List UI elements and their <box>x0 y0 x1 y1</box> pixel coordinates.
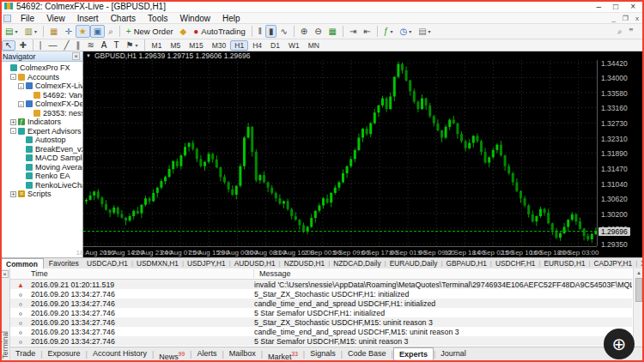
bar-chart-mode-button[interactable]: ‖ <box>255 25 265 38</box>
market-watch-button[interactable]: ▦ <box>46 25 61 38</box>
chart-tab-nzdcad-daily[interactable]: NZDCAD,Daily <box>330 258 384 268</box>
tree-item-29353-nessie[interactable]: 29353: nessie <box>0 109 82 118</box>
terminal-tab-account-history[interactable]: Account History <box>88 347 152 360</box>
timeframe-h4-button[interactable]: H4 <box>248 40 266 51</box>
terminal-tab-mailbox[interactable]: Mailbox <box>224 347 261 360</box>
tree-item-breakeven-v2[interactable]: BreakEven_v2 <box>0 145 82 154</box>
candlestick-mode-button[interactable]: ▮ <box>265 25 277 38</box>
chart-tab-xauusd-h1[interactable]: XAUUSD,H1 <box>637 258 644 268</box>
chart-tab-audusd-h1[interactable]: AUDUSD,H1 <box>231 258 279 268</box>
auto-scroll-button[interactable]: ⇥ <box>346 25 360 38</box>
tree-item-colmexfx-demo[interactable]: -ColmexFX-Demo <box>0 100 82 109</box>
timeframe-h1-button[interactable]: H1 <box>230 40 248 51</box>
autotrading-button[interactable]: ●AutoTrading <box>190 25 248 38</box>
menu-view[interactable]: View <box>40 14 71 23</box>
terminal-tab-exposure[interactable]: Exposure <box>43 347 86 360</box>
terminal-close-icon[interactable]: × <box>1 270 9 278</box>
chart-tab-eurusd-h1[interactable]: EURUSD,H1 <box>541 258 589 268</box>
chart-shift-button[interactable]: ⇤ <box>360 25 374 38</box>
scrollbar-thumb[interactable] <box>635 278 642 302</box>
search-button[interactable]: ⌕ <box>614 25 626 38</box>
zoom-in-button[interactable]: ⊕ <box>297 25 311 38</box>
text-button[interactable]: A <box>98 40 111 51</box>
menu-help[interactable]: Help <box>216 14 246 23</box>
strategy-tester-button[interactable]: ⌕ <box>105 25 117 38</box>
data-window-button[interactable]: ✛ <box>61 25 75 38</box>
periods-button[interactable]: ◷▾ <box>396 25 415 38</box>
navigator-tab-common[interactable]: Common <box>0 258 44 268</box>
terminal-tab-news[interactable]: News99 <box>154 347 190 360</box>
chart-tab-usdcad-h1[interactable]: USDCAD,H1 <box>83 258 131 268</box>
timeframe-d1-button[interactable]: D1 <box>266 40 284 51</box>
timeframe-m15-button[interactable]: M15 <box>185 40 208 51</box>
tree-item-colmexpro-fx[interactable]: ColmexPro FX <box>0 63 82 73</box>
chart-tab-usdmxn-h1[interactable]: USDMXN,H1 <box>133 258 182 268</box>
terminal-tab-code-base[interactable]: Code Base <box>343 347 392 360</box>
scroll-up-icon[interactable]: ▲ <box>634 268 644 275</box>
menu-charts[interactable]: Charts <box>105 14 142 23</box>
terminal-button[interactable]: ▣ <box>90 25 105 38</box>
line-chart-mode-button[interactable]: ∿ <box>276 25 290 38</box>
column-header-time[interactable]: Time <box>10 269 254 278</box>
navigator-button[interactable]: ★ <box>76 25 90 38</box>
new-order-button[interactable]: +New Order <box>123 25 177 38</box>
templates-button[interactable]: ▤▾ <box>415 25 434 38</box>
metaeditor-button[interactable]: ◆ <box>177 25 191 38</box>
horizontal-line-button[interactable]: — <box>45 40 60 51</box>
tile-windows-button[interactable]: ▦ <box>325 25 340 38</box>
terminal-tab-trade[interactable]: Trade <box>10 347 40 360</box>
log-row[interactable]: 2016.09.20 13:34:27.7465 Star Semafor US… <box>10 336 632 346</box>
log-row[interactable]: 2016.09.20 13:34:27.746candle_time_end_a… <box>10 327 632 336</box>
tree-toggle-icon[interactable]: + <box>10 191 16 197</box>
tree-item-expert-advisors[interactable]: -Expert Advisors <box>0 127 82 136</box>
crosshair-button[interactable]: ✚ <box>15 40 29 51</box>
cursor-button[interactable]: ↖ <box>2 40 15 51</box>
log-row[interactable]: 2016.09.20 13:34:27.7465 Star Semafor US… <box>10 308 632 317</box>
log-row[interactable]: 2016.09.20 13:34:27.7465_Star_ZX_Stochas… <box>10 289 632 299</box>
text-label-button[interactable]: T <box>110 40 122 51</box>
child-minimize-icon[interactable]: _ <box>611 15 615 22</box>
maximize-icon[interactable]: □ <box>613 2 618 11</box>
timeframe-m30-button[interactable]: M30 <box>208 40 231 51</box>
new-chart-button[interactable]: ▤▾ <box>2 25 21 38</box>
channel-button[interactable]: ∥ <box>72 40 83 51</box>
log-row[interactable]: ▲2016.09.21 01:20:11.519invalid 'C:\User… <box>10 280 632 289</box>
tree-item-renko-ea[interactable]: Renko EA <box>0 172 82 181</box>
chart-tab-euraud-daily[interactable]: EURAUD,Daily <box>386 258 441 268</box>
tree-toggle-icon[interactable]: - <box>10 74 16 80</box>
terminal-tab-journal[interactable]: Journal <box>435 347 471 360</box>
tree-item-54692-vanes[interactable]: 54692: Vanes <box>0 91 82 100</box>
child-close-icon[interactable]: x <box>635 15 639 22</box>
terminal-tab-experts[interactable]: Experts <box>393 347 434 360</box>
magnifier-overlay[interactable]: ⊕ <box>604 329 635 359</box>
minimize-icon[interactable]: – <box>597 2 602 11</box>
fibonacci-button[interactable]: ≋ <box>83 40 97 51</box>
quick-trade-dropdown-icon[interactable]: ▼ <box>86 53 91 58</box>
tree-item-scripts[interactable]: +≡Scripts <box>0 190 82 199</box>
close-icon[interactable]: × <box>630 2 635 11</box>
terminal-tab-alerts[interactable]: Alerts <box>191 347 222 360</box>
community-chat-button[interactable]: ❞ <box>626 25 637 38</box>
child-restore-icon[interactable]: ❐ <box>623 15 629 22</box>
menu-file[interactable]: File <box>15 14 40 23</box>
chart-tab-usdjpy-h1[interactable]: USDJPY,H1 <box>184 258 229 268</box>
tree-item-autostop[interactable]: Autostop <box>0 136 82 145</box>
timeframe-m1-button[interactable]: M1 <box>148 40 167 51</box>
chart-tab-nzdusd-h1[interactable]: NZDUSD,H1 <box>281 258 328 268</box>
arrows-button[interactable]: ⚑▾ <box>123 40 142 51</box>
tree-toggle-icon[interactable]: - <box>18 83 24 89</box>
column-header-message[interactable]: Message <box>254 269 291 278</box>
trendline-button[interactable]: ╱ <box>60 40 72 51</box>
log-row[interactable]: 2016.09.20 13:34:27.7465_Star_ZX_Stochas… <box>10 317 632 327</box>
profiles-button[interactable]: ▥▾ <box>21 25 39 38</box>
tree-item-indicators[interactable]: +ƒIndicators <box>0 118 82 127</box>
vertical-line-button[interactable]: | <box>36 40 46 51</box>
indicators-button[interactable]: ƒ▾ <box>380 25 397 38</box>
menu-insert[interactable]: Insert <box>71 14 105 23</box>
timeframe-m5-button[interactable]: M5 <box>166 40 185 51</box>
terminal-tab-market[interactable]: Market33 <box>263 347 303 360</box>
chart-tab-cadjpy-h1[interactable]: CADJPY,H1 <box>591 258 636 268</box>
price-plot[interactable] <box>83 60 597 246</box>
tree-item-moving-average[interactable]: Moving Average <box>0 163 82 172</box>
chart-tab-gbpaud-h1[interactable]: GBPAUD,H1 <box>443 258 490 268</box>
